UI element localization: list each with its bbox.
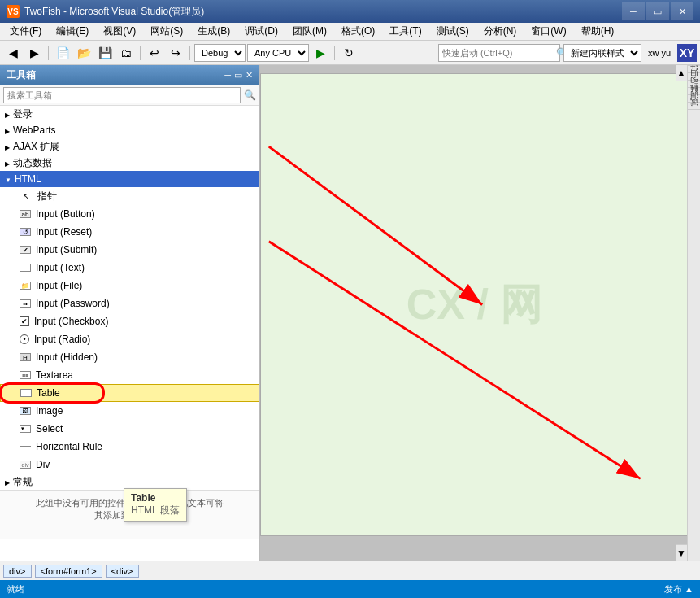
menu-test[interactable]: 测试(S) xyxy=(430,24,476,40)
redo-button[interactable]: ↪ xyxy=(166,43,185,63)
toolbox-item-div[interactable]: div Div xyxy=(0,456,259,474)
menu-debug[interactable]: 调试(D) xyxy=(238,24,285,40)
toolbox-dock-button[interactable]: ▭ xyxy=(234,70,242,81)
title-bar: VS TwoFish - Microsoft Visual Studio(管理员… xyxy=(0,0,700,23)
menu-analyze[interactable]: 分析(N) xyxy=(477,24,524,40)
tag-div-start[interactable]: <div> xyxy=(106,565,139,578)
menu-build[interactable]: 生成(B) xyxy=(191,24,237,40)
item-textarea-label: Textarea xyxy=(36,369,73,381)
menu-help[interactable]: 帮助(H) xyxy=(575,24,621,40)
restore-button[interactable]: ▭ xyxy=(646,2,669,20)
open-button[interactable]: 📂 xyxy=(74,43,93,63)
item-input-checkbox-label: Input (Checkbox) xyxy=(34,316,108,327)
input-password-icon: •• xyxy=(20,299,31,308)
right-tab-5[interactable]: 触 xyxy=(688,94,700,102)
right-tab-4[interactable]: 动 xyxy=(688,87,700,94)
menu-bar: 文件(F) 编辑(E) 视图(V) 网站(S) 生成(B) 调试(D) 团队(M… xyxy=(0,23,700,41)
chevron-right-icon xyxy=(5,108,10,120)
quick-launch-input[interactable] xyxy=(442,48,554,58)
item-table-label: Table xyxy=(37,387,60,399)
menu-format[interactable]: 格式(O) xyxy=(335,24,381,40)
item-input-file-label: Input (File) xyxy=(36,280,82,291)
save-all-button[interactable]: 🗂 xyxy=(116,43,136,63)
window-title: TwoFish - Microsoft Visual Studio(管理员) xyxy=(24,5,204,19)
toolbox-group-ajax[interactable]: AJAX 扩展 xyxy=(0,138,259,155)
item-input-hidden-label: Input (Hidden) xyxy=(36,351,98,363)
publish-button[interactable]: 发布 ▲ xyxy=(664,583,693,596)
menu-window[interactable]: 窗口(W) xyxy=(524,24,572,40)
group-ajax-label: AJAX 扩展 xyxy=(13,140,59,154)
tag-div-end[interactable]: div> xyxy=(3,565,32,578)
user-label: xw yu xyxy=(645,48,674,58)
toolbox-pin-button[interactable]: ─ xyxy=(224,70,231,81)
toolbox-item-input-hidden[interactable]: H Input (Hidden) xyxy=(0,348,259,366)
toolbox-item-input-checkbox[interactable]: ✔ Input (Checkbox) xyxy=(0,312,259,330)
toolbox-group-webparts[interactable]: WebParts xyxy=(0,122,259,138)
right-tab-3[interactable]: 归 xyxy=(688,80,700,87)
right-tab-1[interactable]: 清 xyxy=(688,65,700,72)
tooltip-description: HTML 段落 xyxy=(131,504,180,517)
toolbox-panel: 工具箱 ─ ▭ ✕ 🔍 登录 WebParts xyxy=(0,65,260,561)
toolbar-separator-1 xyxy=(48,46,49,60)
quick-launch-search[interactable]: 🔍 xyxy=(438,44,560,62)
user-avatar[interactable]: XY xyxy=(677,44,697,62)
group-dynamic-label: 动态数据 xyxy=(13,156,52,170)
menu-file[interactable]: 文件(F) xyxy=(3,24,48,40)
scrollbar-up-button[interactable]: ▲ xyxy=(676,65,687,81)
cpu-select[interactable]: Any CPU xyxy=(247,44,309,62)
scrollbar-down-button[interactable]: ▼ xyxy=(676,544,687,561)
toolbox-search-input[interactable] xyxy=(3,87,241,103)
forward-button[interactable]: ▶ xyxy=(24,43,44,63)
design-canvas[interactable]: CX / 网 xyxy=(260,73,689,536)
menu-website[interactable]: 网站(S) xyxy=(144,24,189,40)
toolbox-group-dynamic[interactable]: 动态数据 xyxy=(0,155,259,171)
toolbar-right: 🔍 新建内联样式 xw yu XY xyxy=(438,44,697,62)
toolbox-item-hr[interactable]: Horizontal Rule xyxy=(0,438,259,456)
right-tab-6[interactable]: 调 xyxy=(688,102,700,109)
run-button[interactable]: ▶ xyxy=(311,43,330,63)
toolbar: ◀ ▶ 📄 📂 💾 🗂 ↩ ↪ Debug Any CPU ▶ ↻ 🔍 新建内联… xyxy=(0,41,700,65)
undo-button[interactable]: ↩ xyxy=(145,43,164,63)
toolbox-group-login[interactable]: 登录 xyxy=(0,106,259,122)
menu-team[interactable]: 团队(M) xyxy=(286,24,333,40)
new-button[interactable]: 📄 xyxy=(53,43,72,63)
toolbox-item-input-submit[interactable]: ✔ Input (Submit) xyxy=(0,241,259,259)
toolbox-item-input-radio[interactable]: • Input (Radio) xyxy=(0,330,259,348)
menu-tools[interactable]: 工具(T) xyxy=(383,24,428,40)
item-input-password-label: Input (Password) xyxy=(36,298,110,309)
save-button[interactable]: 💾 xyxy=(95,43,115,63)
style-select[interactable]: 新建内联样式 xyxy=(563,44,641,62)
toolbox-item-table[interactable]: Table xyxy=(0,384,259,402)
input-file-icon: 📁 xyxy=(20,282,31,290)
back-button[interactable]: ◀ xyxy=(3,43,23,63)
right-tab-7[interactable]: 试 xyxy=(688,109,700,116)
group-html-label: HTML xyxy=(15,173,41,185)
toolbox-item-textarea[interactable]: ≡≡ Textarea xyxy=(0,366,259,384)
right-tab-2[interactable]: 计 xyxy=(688,72,700,80)
toolbox-item-input-password[interactable]: •• Input (Password) xyxy=(0,295,259,312)
toolbox-item-input-file[interactable]: 📁 Input (File) xyxy=(0,277,259,295)
toolbox-item-image[interactable]: 🖼 Image xyxy=(0,402,259,420)
toolbox-group-general[interactable]: 常规 xyxy=(0,474,259,490)
menu-edit[interactable]: 编辑(E) xyxy=(50,24,95,40)
toolbox-item-input-reset[interactable]: ↺ Input (Reset) xyxy=(0,223,259,241)
toolbox-item-pointer[interactable]: ↖ 指针 xyxy=(0,187,259,205)
minimize-button[interactable]: ─ xyxy=(622,2,645,20)
toolbox-item-input-button[interactable]: ab Input (Button) xyxy=(0,205,259,223)
group-login-label: 登录 xyxy=(13,107,33,121)
tag-form-form1[interactable]: <form#form1> xyxy=(35,565,102,578)
item-input-reset-label: Input (Reset) xyxy=(36,226,92,238)
toolbar-separator-4 xyxy=(334,46,335,60)
toolbox-item-input-text[interactable]: Input (Text) xyxy=(0,259,259,277)
input-hidden-icon: H xyxy=(20,353,31,361)
toolbox-close-button[interactable]: ✕ xyxy=(246,70,253,81)
toolbox-item-select[interactable]: ▾ Select xyxy=(0,420,259,438)
title-bar-controls: ─ ▭ ✕ xyxy=(622,2,693,20)
close-button[interactable]: ✕ xyxy=(671,2,693,20)
chevron-right-icon-3 xyxy=(5,141,10,152)
refresh-button[interactable]: ↻ xyxy=(339,43,359,63)
toolbox-group-html[interactable]: HTML xyxy=(0,171,259,187)
debug-config-select[interactable]: Debug xyxy=(194,44,246,62)
menu-view[interactable]: 视图(V) xyxy=(97,24,142,40)
input-reset-icon: ↺ xyxy=(20,228,31,236)
